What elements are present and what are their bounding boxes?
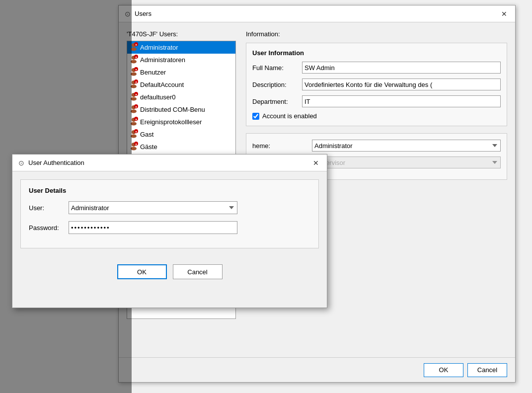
svg-text:●: ● xyxy=(135,93,137,96)
full-name-label: Full Name: xyxy=(252,64,302,72)
svg-text:●: ● xyxy=(135,118,137,121)
main-dialog-close-button[interactable]: ✕ xyxy=(498,8,510,20)
user-details-group: User Details User: Administrator Passwor… xyxy=(20,179,319,248)
list-item[interactable]: ● Administrator xyxy=(127,41,235,54)
auth-cancel-button[interactable]: Cancel xyxy=(173,264,223,279)
list-item[interactable]: ● DefaultAccount xyxy=(127,79,235,91)
user-list-item-label: defaultuser0 xyxy=(140,93,176,101)
scheme-row: heme: Administrator xyxy=(252,140,501,152)
svg-text:●: ● xyxy=(135,80,137,83)
user-list-item-label: Gast xyxy=(140,131,153,138)
department-label: Department: xyxy=(252,98,302,105)
user-info-section: User Information Full Name: Description:… xyxy=(246,43,507,126)
main-dialog-titlebar: ⊙ Users ✕ xyxy=(119,5,515,22)
auth-dialog: ⊙ User Authentication ✕ User Details Use… xyxy=(12,154,327,308)
user-list-item-label: Administrator xyxy=(140,44,178,51)
auth-user-label: User: xyxy=(29,204,69,212)
scheme-select[interactable]: Administrator xyxy=(312,140,501,152)
main-dialog-title: Users xyxy=(135,10,152,17)
auth-user-select[interactable]: Administrator xyxy=(69,201,237,214)
list-item[interactable]: ● Administratoren xyxy=(127,54,235,66)
information-label: Information: xyxy=(246,30,507,38)
list-item[interactable]: ● Gäste xyxy=(127,141,235,153)
auth-password-input[interactable] xyxy=(69,221,237,234)
auth-dialog-icon: ⊙ xyxy=(17,159,25,167)
user-list-item-label: Benutzer xyxy=(140,69,166,76)
svg-text:●: ● xyxy=(135,105,137,108)
auth-password-row: Password: xyxy=(29,221,310,234)
auth-dialog-titlebar: ⊙ User Authentication ✕ xyxy=(12,155,327,171)
auth-dialog-close-button[interactable]: ✕ xyxy=(310,157,322,169)
auth-dialog-body: User Details User: Administrator Passwor… xyxy=(12,171,327,264)
svg-text:●: ● xyxy=(135,56,137,59)
main-cancel-button[interactable]: Cancel xyxy=(467,363,507,377)
auth-user-row: User: Administrator xyxy=(29,201,310,214)
user-list-item-label: Gäste xyxy=(140,143,157,151)
svg-text:●: ● xyxy=(135,143,137,146)
sub-scheme-select: Supervisor xyxy=(312,157,501,168)
auth-dialog-title-group: ⊙ User Authentication xyxy=(17,159,84,167)
svg-text:●: ● xyxy=(135,130,137,133)
scheme-label: heme: xyxy=(252,142,312,150)
department-row: Department: xyxy=(252,95,501,107)
list-item[interactable]: ● defaultuser0 xyxy=(127,91,235,103)
user-list-item-label: Distributed COM-Benu xyxy=(140,106,205,113)
auth-dialog-title: User Authentication xyxy=(28,159,84,166)
description-label: Description: xyxy=(252,81,302,88)
description-input[interactable] xyxy=(302,79,501,90)
description-row: Description: xyxy=(252,79,501,90)
full-name-input[interactable] xyxy=(302,62,501,74)
auth-dialog-footer: OK Cancel xyxy=(12,264,327,279)
user-info-title: User Information xyxy=(252,49,501,57)
account-enabled-checkbox[interactable] xyxy=(252,113,259,120)
user-details-title: User Details xyxy=(29,187,310,194)
list-item[interactable]: ● Ereignisprotokollleser xyxy=(127,116,235,128)
user-list-item-label: DefaultAccount xyxy=(140,81,184,88)
list-item[interactable]: ● Gast xyxy=(127,128,235,141)
user-list-item-label: Administratoren xyxy=(140,56,185,64)
auth-password-label: Password: xyxy=(29,224,69,232)
department-input[interactable] xyxy=(302,95,501,107)
account-enabled-row: Account is enabled xyxy=(252,112,501,120)
svg-text:●: ● xyxy=(135,43,137,46)
user-list-item-label: Ereignisprotokollleser xyxy=(140,118,202,126)
auth-ok-button[interactable]: OK xyxy=(117,264,167,279)
main-dialog-footer: OK Cancel xyxy=(119,357,515,382)
main-ok-button[interactable]: OK xyxy=(424,363,463,377)
full-name-row: Full Name: xyxy=(252,62,501,74)
users-list-label: 'T470S-JF' Users: xyxy=(127,30,236,38)
svg-text:●: ● xyxy=(135,68,137,71)
account-enabled-label: Account is enabled xyxy=(262,112,317,120)
list-item[interactable]: ● Distributed COM-Benu xyxy=(127,103,235,116)
list-item[interactable]: ● Benutzer xyxy=(127,66,235,79)
